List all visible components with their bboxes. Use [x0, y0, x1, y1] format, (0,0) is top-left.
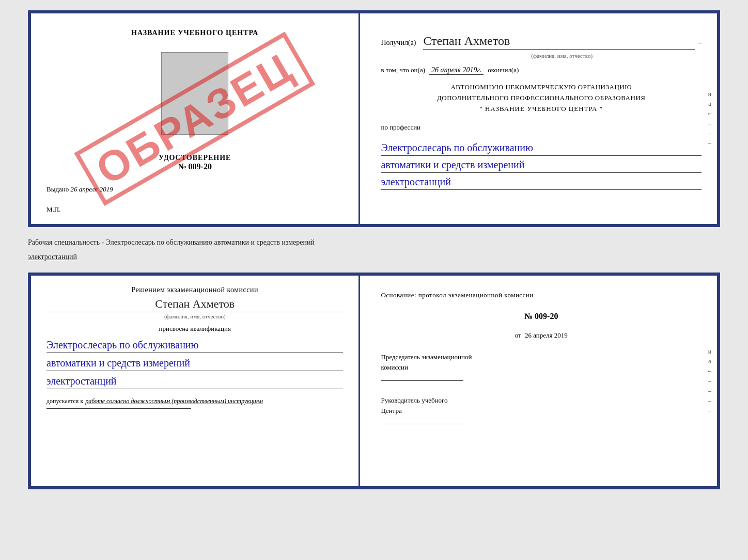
vtom-row: в том, что он(а) 26 апреля 2019г. окончи…	[381, 66, 702, 75]
predsedatel-block: Председатель экзаменационной комиссии	[381, 352, 702, 381]
poluchil-fio-sub: (фамилия, имя, отчество)	[422, 53, 702, 59]
udostoverenie-title: УДОСТОВЕРЕНИЕ	[159, 154, 231, 162]
dopuskaetsya-underline	[46, 408, 191, 409]
document-top: НАЗВАНИЕ УЧЕБНОГО ЦЕНТРА УДОСТОВЕРЕНИЕ №…	[28, 10, 720, 227]
profession-line1: Электрослесарь по обслуживанию	[381, 140, 702, 156]
ot-date-row: от 26 апреля 2019	[381, 331, 702, 340]
vydano-date: 26 апреля 2019	[71, 185, 113, 193]
udostoverenie-num: № 009-20	[159, 162, 231, 171]
top-left-title: НАЗВАНИЕ УЧЕБНОГО ЦЕНТРА	[131, 29, 258, 37]
qual-line1: Электрослесарь по обслуживанию	[46, 337, 343, 353]
ot-label: от	[515, 331, 521, 339]
document-bottom: Решением экзаменационной комиссии Степан…	[28, 273, 720, 489]
poluchil-row: Получил(а) Степан Ахметов –	[381, 34, 702, 50]
okonchil-label: окончил(а)	[488, 66, 519, 74]
dopuskaetsya-prefix: допускается к	[46, 397, 83, 405]
middle-text-2: электростанций	[28, 250, 720, 264]
rukovoditel-block: Руководитель учебного Центра	[381, 395, 702, 424]
doc-right-top: Получил(а) Степан Ахметов – (фамилия, им…	[360, 13, 717, 224]
bottom-name: Степан Ахметов	[46, 297, 343, 312]
right-spine-bottom: и а ← – – – –	[703, 276, 717, 486]
middle-section: Рабочая специальность - Электрослесарь п…	[28, 233, 720, 266]
qual-block-bottom: Электрослесарь по обслуживанию автоматик…	[46, 335, 343, 389]
doc-bottom-right: Основание: протокол экзаменационной коми…	[360, 276, 717, 486]
ot-date: 26 апреля 2019	[525, 331, 568, 339]
middle-text-1: Рабочая специальность - Электрослесарь п…	[28, 235, 720, 250]
bottom-name-block: Степан Ахметов (фамилия, имя, отчество)	[46, 297, 343, 319]
predsedatel-signature-line	[381, 380, 463, 381]
protocol-num: № 009-20	[381, 312, 702, 321]
vtom-date: 26 апреля 2019г.	[429, 66, 484, 75]
profession-line2: автоматики и средств измерений	[381, 157, 702, 173]
org-block: АВТОНОМНУЮ НЕКОММЕРЧЕСКУЮ ОРГАНИЗАЦИЮ ДО…	[381, 82, 702, 114]
profession-line3: электростанций	[381, 174, 702, 190]
dopuskaetsya-row: допускается к работе согласно должностны…	[46, 397, 343, 405]
right-spine-top: и а ← – – –	[703, 13, 717, 224]
doc-bottom-left: Решением экзаменационной комиссии Степан…	[31, 276, 360, 486]
bottom-fio-sub: (фамилия, имя, отчество)	[46, 313, 343, 319]
vydano-row: Выдано 26 апреля 2019	[46, 185, 343, 194]
rukovoditel-line1: Руководитель учебного	[381, 395, 702, 406]
dopuskaetsya-text: работе согласно должностным (производств…	[85, 397, 263, 405]
osnovaniye-label: Основание: протокол экзаменационной коми…	[381, 291, 702, 299]
qual-line3: электростанций	[46, 373, 343, 389]
predsedatel-line2: комиссии	[381, 362, 702, 373]
poluchil-dash: –	[698, 39, 702, 47]
rukovoditel-signature-line	[381, 424, 463, 424]
org-line1: АВТОНОМНУЮ НЕКОММЕРЧЕСКУЮ ОРГАНИЗАЦИЮ	[381, 82, 702, 93]
org-line2: ДОПОЛНИТЕЛЬНОГО ПРОФЕССИОНАЛЬНОГО ОБРАЗО…	[381, 93, 702, 104]
vtom-text: в том, что он(а)	[381, 66, 425, 74]
qual-line2: автоматики и средств измерений	[46, 355, 343, 371]
vydano-label: Выдано	[46, 185, 69, 193]
poluchil-name: Степан Ахметов	[423, 34, 695, 50]
doc-left-top: НАЗВАНИЕ УЧЕБНОГО ЦЕНТРА УДОСТОВЕРЕНИЕ №…	[31, 13, 360, 224]
rukovoditel-line2: Центра	[381, 406, 702, 416]
resheniem-label: Решением экзаменационной комиссии	[46, 286, 343, 294]
po-professii-label: по профессии	[381, 123, 702, 132]
profession-block: Электрослесарь по обслуживанию автоматик…	[381, 139, 702, 190]
org-name: " НАЗВАНИЕ УЧЕБНОГО ЦЕНТРА "	[381, 104, 702, 115]
mp-label: М.П.	[46, 205, 60, 213]
udostoverenie-block: УДОСТОВЕРЕНИЕ № 009-20	[159, 154, 231, 171]
photo-placeholder	[161, 52, 228, 135]
predsedatel-line1: Председатель экзаменационной	[381, 352, 702, 362]
mp-row: М.П.	[46, 205, 343, 214]
poluchil-label: Получил(а)	[381, 39, 416, 47]
prisvoena-label: присвоена квалификация	[46, 325, 343, 333]
